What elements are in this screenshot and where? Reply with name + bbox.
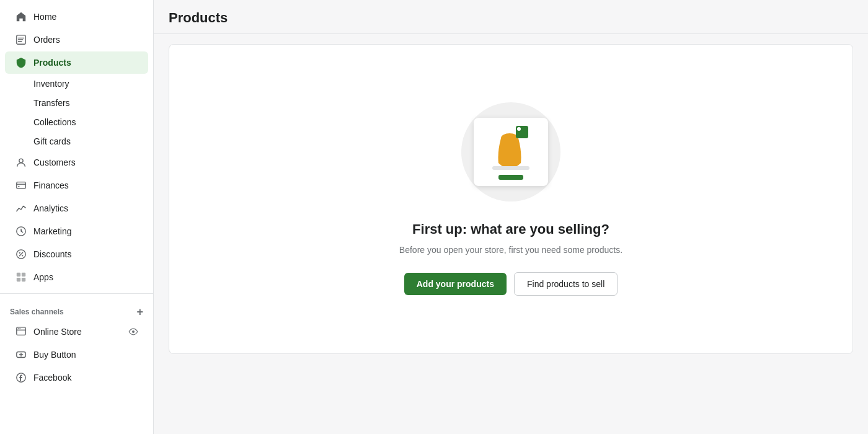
orders-icon — [15, 33, 27, 46]
sidebar-item-transfers[interactable]: Transfers — [5, 94, 148, 112]
home-icon — [15, 11, 27, 23]
svg-rect-8 — [17, 278, 20, 281]
svg-point-18 — [517, 127, 521, 131]
online-store-eye-icon[interactable] — [128, 327, 138, 337]
product-illustration — [461, 102, 560, 202]
illustration-card — [474, 118, 548, 186]
illustration-line1 — [492, 166, 529, 170]
svg-point-12 — [19, 328, 20, 329]
svg-point-13 — [132, 330, 135, 333]
svg-rect-2 — [17, 182, 25, 189]
svg-point-11 — [18, 328, 19, 329]
customers-icon — [15, 156, 27, 169]
empty-state-card: First up: what are you selling? Before y… — [169, 44, 853, 354]
products-icon — [15, 56, 27, 69]
sidebar-item-buy-button[interactable]: Buy Button — [5, 343, 148, 366]
cta-buttons: Add your products Find products to sell — [404, 272, 618, 296]
finances-icon — [15, 179, 27, 192]
sidebar-divider — [0, 293, 153, 294]
illustration-line2 — [498, 175, 523, 180]
sidebar-item-apps[interactable]: Apps — [5, 266, 148, 288]
sidebar: Home Orders Products Inventory Transfers… — [0, 0, 154, 434]
page-content: First up: what are you selling? Before y… — [154, 34, 868, 434]
empty-state-subheading: Before you open your store, first you ne… — [399, 245, 622, 255]
store-icon — [15, 326, 27, 338]
sidebar-item-finances[interactable]: Finances — [5, 174, 148, 197]
sidebar-item-inventory[interactable]: Inventory — [5, 74, 148, 93]
empty-state-heading: First up: what are you selling? — [412, 221, 609, 237]
sales-channels-section: Sales channels + — [0, 299, 153, 320]
sidebar-item-collections[interactable]: Collections — [5, 113, 148, 131]
facebook-icon — [15, 371, 27, 384]
sidebar-item-discounts[interactable]: Discounts — [5, 243, 148, 265]
sidebar-item-marketing[interactable]: Marketing — [5, 220, 148, 242]
sidebar-item-gift-cards[interactable]: Gift cards — [5, 132, 148, 151]
page-header: Products — [154, 0, 868, 34]
svg-rect-7 — [22, 273, 25, 277]
sidebar-item-analytics[interactable]: Analytics — [5, 197, 148, 219]
svg-point-3 — [18, 186, 19, 187]
main-content: Products — [154, 0, 868, 434]
svg-rect-9 — [22, 278, 25, 281]
buy-button-icon — [15, 348, 27, 361]
sidebar-item-facebook[interactable]: Facebook — [5, 366, 148, 389]
find-products-button[interactable]: Find products to sell — [514, 272, 618, 296]
page-title: Products — [169, 10, 853, 26]
svg-point-1 — [19, 159, 23, 162]
marketing-icon — [15, 225, 27, 237]
add-products-button[interactable]: Add your products — [404, 273, 507, 295]
sidebar-item-online-store[interactable]: Online Store — [5, 321, 148, 343]
sidebar-item-home[interactable]: Home — [5, 6, 148, 28]
svg-rect-6 — [17, 273, 20, 277]
sidebar-item-orders[interactable]: Orders — [5, 29, 148, 51]
sidebar-item-customers[interactable]: Customers — [5, 151, 148, 174]
sidebar-item-products[interactable]: Products — [5, 51, 148, 74]
apps-icon — [15, 271, 27, 283]
add-sales-channel-icon[interactable]: + — [136, 306, 143, 317]
analytics-icon — [15, 202, 27, 215]
discounts-icon — [15, 248, 27, 260]
